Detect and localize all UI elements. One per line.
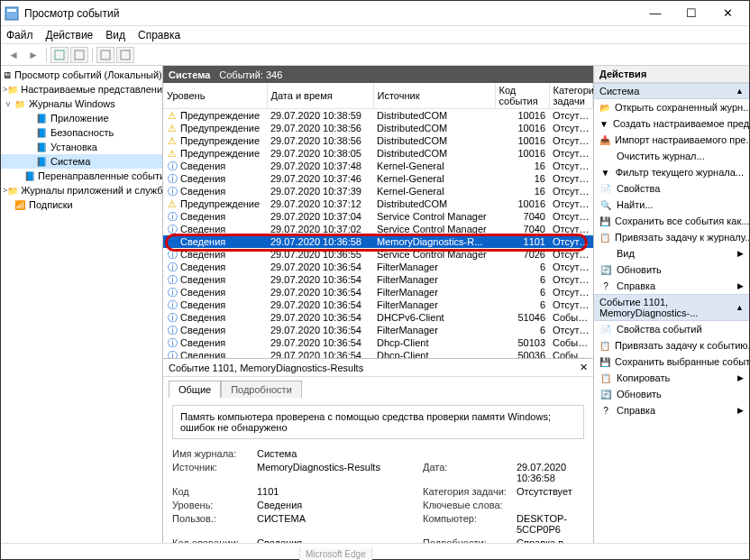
toolbar-btn-2[interactable] [70,47,88,63]
warning-icon [167,110,178,121]
action-item[interactable]: 🔄Обновить [594,262,749,278]
table-row[interactable]: Сведения29.07.2020 10:36:54FilterManager… [163,298,593,311]
info-icon [167,173,178,184]
menu-view[interactable]: Вид [105,29,125,41]
col-level[interactable]: Уровень [163,83,267,109]
table-row[interactable]: Предупреждение29.07.2020 10:37:12Distrib… [163,197,593,210]
info-icon [167,299,178,310]
details-close-icon[interactable]: ✕ [580,362,588,373]
tree-item[interactable]: >📁Журналы приложений и служб [1,183,162,197]
col-datetime[interactable]: Дата и время [267,83,373,109]
tree-item[interactable]: >📁Настраиваемые представления [1,82,162,96]
tree-item[interactable]: 📘Система [1,154,162,169]
nav-tree[interactable]: 🖥Просмотр событий (Локальный)>📁Настраива… [1,66,163,543]
actions-section-header: Событие 1101, MemoryDiagnostics-...▲ [594,294,749,321]
table-row[interactable]: Предупреждение29.07.2020 10:38:05Distrib… [163,147,593,160]
col-eventid[interactable]: Код события [495,83,549,109]
minimize-button[interactable]: — [637,2,673,25]
action-item[interactable]: 📋Привязать задачу к событию... [594,337,749,353]
action-item[interactable]: ?Справка▶ [594,278,749,294]
task-icon: 📋 [599,339,610,352]
action-item[interactable]: 📂Открыть сохраненный журн... [594,99,749,115]
tree-item[interactable]: 📶Подписки [1,197,162,212]
task-icon: 📋 [599,231,610,243]
tree-item[interactable]: 📘Безопасность [1,125,162,140]
table-row[interactable]: Предупреждение29.07.2020 10:38:59Distrib… [163,109,593,123]
action-item[interactable]: 💾Сохранить выбранные событ... [594,353,749,370]
table-row[interactable]: Сведения29.07.2020 10:36:54DHCPv6-Client… [163,311,593,324]
nav-back-icon[interactable]: ◄ [5,47,23,63]
table-row[interactable]: Сведения29.07.2020 10:36:54FilterManager… [163,273,593,286]
event-count: Событий: 346 [219,69,282,80]
tree-item[interactable]: 📘Приложение [1,111,162,125]
action-item[interactable]: ?Справка▶ [594,402,749,418]
table-row[interactable]: Сведения29.07.2020 10:36:58MemoryDiagnos… [163,235,593,248]
refresh-icon: 🔄 [599,388,612,400]
table-row[interactable]: Сведения29.07.2020 10:36:54FilterManager… [163,286,593,298]
toolbar-btn-3[interactable] [96,47,114,63]
tree-item[interactable]: 📘Перенаправленные события [1,169,162,183]
save-icon: 💾 [599,215,610,227]
event-message: Память компьютера проверена с помощью ср… [172,405,584,439]
toolbar-btn-1[interactable] [50,47,69,63]
table-row[interactable]: Сведения29.07.2020 10:36:54FilterManager… [163,261,593,273]
toolbar: ◄ ► [1,44,749,66]
svg-rect-5 [121,50,130,60]
table-row[interactable]: Сведения29.07.2020 10:37:02Service Contr… [163,223,593,235]
props-icon: 📄 [599,182,612,195]
warning-icon [167,135,178,146]
table-row[interactable]: Предупреждение29.07.2020 10:38:56Distrib… [163,122,593,134]
statusbar [1,543,749,559]
open-icon: 📂 [599,101,610,114]
menu-help[interactable]: Справка [138,29,180,41]
action-item[interactable]: ▼Создать настраиваемое предс... [594,115,749,132]
app-icon [5,6,19,21]
log-icon: 📘 [35,126,48,139]
svg-rect-1 [7,9,16,12]
tab-details[interactable]: Подробности [221,381,302,398]
menu-file[interactable]: Файл [6,29,33,41]
info-icon [167,350,178,358]
tree-item[interactable]: v📁Журналы Windows [1,96,162,111]
action-item[interactable]: Очистить журнал... [594,148,749,164]
table-row[interactable]: Сведения29.07.2020 10:36:54Dhcp-Client50… [163,349,593,358]
nav-fwd-icon[interactable]: ► [24,47,42,63]
table-row[interactable]: Сведения29.07.2020 10:36:54FilterManager… [163,324,593,336]
titlebar[interactable]: Просмотр событий — ☐ ✕ [1,1,749,26]
close-button[interactable]: ✕ [709,2,745,25]
table-row[interactable]: Сведения29.07.2020 10:37:46Kernel-Genera… [163,172,593,185]
event-grid[interactable]: Уровень Дата и время Источник Код событи… [163,83,593,358]
table-row[interactable]: Сведения29.07.2020 10:36:54Dhcp-Client50… [163,336,593,349]
folder-icon: 📁 [7,184,18,197]
action-item[interactable]: 📄Свойства событий [594,321,749,337]
table-row[interactable]: Сведения29.07.2020 10:37:39Kernel-Genera… [163,185,593,197]
action-item[interactable]: 🔄Обновить [594,386,749,402]
col-taskcat[interactable]: Категория задачи [549,83,593,109]
filter2-icon: ▼ [599,166,611,179]
log-name: Система [169,69,210,80]
action-item[interactable]: 💾Сохранить все события как... [594,213,749,229]
table-row[interactable]: Сведения29.07.2020 10:37:48Kernel-Genera… [163,160,593,172]
tree-item[interactable]: 🖥Просмотр событий (Локальный) [1,68,162,82]
log-icon: 📘 [24,170,35,182]
svg-rect-3 [75,50,84,60]
menu-action[interactable]: Действие [46,29,94,41]
table-row[interactable]: Сведения29.07.2020 10:36:55Service Contr… [163,248,593,261]
action-item[interactable]: 📋Привязать задачу к журналу... [594,229,749,245]
maximize-button[interactable]: ☐ [673,2,709,25]
action-item[interactable]: 📋Копировать▶ [594,370,749,386]
toolbar-btn-4[interactable] [116,47,134,63]
action-item[interactable]: 📥Импорт настраиваемого пре... [594,132,749,148]
action-item[interactable]: 🔍Найти... [594,197,749,213]
tree-item[interactable]: 📘Установка [1,140,162,154]
action-item[interactable]: ▼Фильтр текущего журнала... [594,164,749,180]
action-item[interactable]: 📄Свойства [594,180,749,197]
actions-panel: Действия Система▲📂Открыть сохраненный жу… [594,66,749,543]
svg-rect-4 [101,50,110,60]
table-row[interactable]: Сведения29.07.2020 10:37:04Service Contr… [163,210,593,223]
col-source[interactable]: Источник [373,83,495,109]
table-row[interactable]: Предупреждение29.07.2020 10:38:56Distrib… [163,134,593,147]
tab-general[interactable]: Общие [169,381,221,398]
info-icon [167,287,178,298]
action-item[interactable]: Вид▶ [594,245,749,262]
